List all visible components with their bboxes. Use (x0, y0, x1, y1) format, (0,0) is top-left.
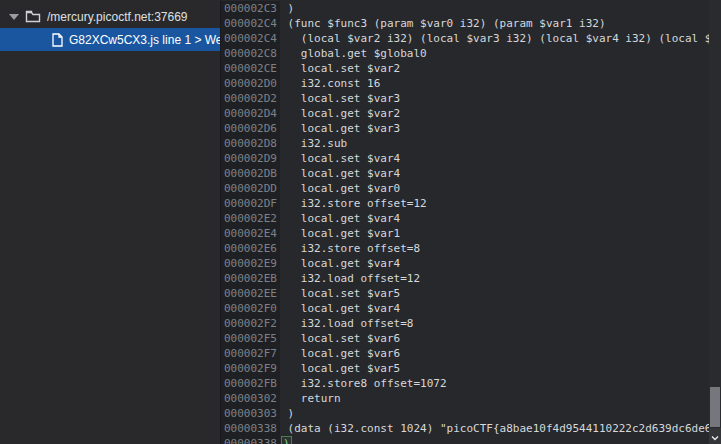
line-address[interactable]: 00000303 (221, 406, 280, 421)
code-line[interactable]: 000002E2 local.get $var4 (221, 211, 721, 226)
code-line[interactable]: 000002D6 local.get $var3 (221, 121, 721, 136)
line-code: i32.store offset=12 (280, 196, 427, 211)
code-line[interactable]: 00000302 return (221, 391, 721, 406)
tree-item-domain[interactable]: /mercury.picoctf.net:37669 (0, 5, 220, 28)
matched-bracket: ) (281, 436, 292, 444)
code-line[interactable]: 000002EE local.set $var5 (221, 286, 721, 301)
source-editor: 000002C3 )000002C4 (func $func3 (param $… (220, 0, 721, 444)
file-icon (52, 33, 63, 47)
line-code: local.set $var4 (280, 151, 400, 166)
line-address[interactable]: 000002D6 (221, 121, 280, 136)
line-code: ) (280, 406, 294, 421)
line-address[interactable]: 000002C4 (221, 16, 280, 31)
line-code: i32.load offset=12 (280, 271, 420, 286)
line-code: ) (280, 1, 294, 16)
line-address[interactable]: 000002D0 (221, 76, 280, 91)
line-address[interactable]: 000002CE (221, 61, 280, 76)
line-address[interactable]: 000002FB (221, 376, 280, 391)
line-code: (func $func3 (param $var0 i32) (param $v… (280, 16, 606, 31)
code-line[interactable]: 000002CE local.set $var2 (221, 61, 721, 76)
line-address[interactable]: 000002E9 (221, 256, 280, 271)
code-line[interactable]: 000002C4 (func $func3 (param $var0 i32) … (221, 16, 721, 31)
code-line[interactable]: 000002F5 local.set $var6 (221, 331, 721, 346)
code-line[interactable]: 00000338 (data (i32.const 1024) "picoCTF… (221, 421, 721, 436)
code-line[interactable]: 000002F2 i32.load offset=8 (221, 316, 721, 331)
line-address[interactable]: 00000302 (221, 391, 280, 406)
line-code: (local $var2 i32) (local $var3 i32) (loc… (280, 31, 721, 46)
line-code: i32.const 16 (280, 76, 380, 91)
code-viewport[interactable]: 000002C3 )000002C4 (func $func3 (param $… (221, 0, 721, 444)
line-address[interactable]: 000002E2 (221, 211, 280, 226)
tree-item-label: /mercury.picoctf.net:37669 (47, 10, 188, 24)
line-code: local.set $var5 (280, 286, 400, 301)
code-line[interactable]: 000002EB i32.load offset=12 (221, 271, 721, 286)
chevron-down-icon (711, 427, 719, 444)
line-address[interactable]: 000002F9 (221, 361, 280, 376)
code-line[interactable]: 000002D2 local.set $var3 (221, 91, 721, 106)
line-code: local.get $var3 (280, 121, 400, 136)
line-code: local.get $var2 (280, 106, 400, 121)
scroll-down-button[interactable] (709, 428, 721, 444)
devtools-sources-panel: /mercury.picoctf.net:37669 G82XCw5CX3.js… (0, 0, 721, 444)
line-address[interactable]: 00000338 (221, 421, 280, 436)
line-address[interactable]: 000002DD (221, 181, 280, 196)
line-code: local.set $var6 (280, 331, 400, 346)
code-line[interactable]: 000002F9 local.get $var5 (221, 361, 721, 376)
file-navigator: /mercury.picoctf.net:37669 G82XCw5CX3.js… (0, 0, 220, 444)
line-address[interactable]: 000002C8 (221, 46, 280, 61)
code-line[interactable]: 000002F0 local.get $var4 (221, 301, 721, 316)
line-code: local.set $var3 (280, 91, 400, 106)
triangle-expander-icon[interactable] (8, 11, 20, 23)
line-code: local.get $var1 (280, 226, 400, 241)
line-address[interactable]: 000002C3 (221, 1, 280, 16)
line-address[interactable]: 000002F7 (221, 346, 280, 361)
line-code: local.get $var4 (280, 211, 400, 226)
line-address[interactable]: 000002DF (221, 196, 280, 211)
code-line[interactable]: 000002D8 i32.sub (221, 136, 721, 151)
code-line[interactable]: 00000303 ) (221, 406, 721, 421)
line-address[interactable]: 000002F2 (221, 316, 280, 331)
line-code: local.get $var0 (280, 181, 400, 196)
line-code: local.get $var4 (280, 166, 400, 181)
code-line[interactable]: 000002E6 i32.store offset=8 (221, 241, 721, 256)
line-code: i32.store offset=8 (280, 241, 420, 256)
code-line[interactable]: 000002F7 local.get $var6 (221, 346, 721, 361)
line-code: ) (280, 436, 292, 444)
code-line[interactable]: 000002E9 local.get $var4 (221, 256, 721, 271)
tree-item-label: G82XCw5CX3.js line 1 > Web (69, 33, 220, 47)
code-line[interactable]: 000002E4 local.get $var1 (221, 226, 721, 241)
line-address[interactable]: 000002D2 (221, 91, 280, 106)
line-code: local.get $var6 (280, 346, 400, 361)
code-line[interactable]: 000002C8 global.get $global0 (221, 46, 721, 61)
code-line[interactable]: 000002D4 local.get $var2 (221, 106, 721, 121)
line-address[interactable]: 00000338 (221, 436, 280, 444)
line-address[interactable]: 000002E6 (221, 241, 280, 256)
line-address[interactable]: 000002D9 (221, 151, 280, 166)
code-line[interactable]: 000002C4 (local $var2 i32) (local $var3 … (221, 31, 721, 46)
line-code: i32.load offset=8 (280, 316, 413, 331)
line-address[interactable]: 000002C4 (221, 31, 280, 46)
line-address[interactable]: 000002EE (221, 286, 280, 301)
line-address[interactable]: 000002DB (221, 166, 280, 181)
code-line[interactable]: 000002D9 local.set $var4 (221, 151, 721, 166)
code-line[interactable]: 00000338) (221, 436, 721, 444)
line-address[interactable]: 000002E4 (221, 226, 280, 241)
folder-icon (25, 10, 41, 23)
line-code: local.get $var4 (280, 301, 400, 316)
code-line[interactable]: 000002DF i32.store offset=12 (221, 196, 721, 211)
line-address[interactable]: 000002EB (221, 271, 280, 286)
tree-item-wasm-file[interactable]: G82XCw5CX3.js line 1 > Web (0, 28, 220, 51)
line-code: local.get $var4 (280, 256, 400, 271)
line-code: local.get $var5 (280, 361, 400, 376)
code-line[interactable]: 000002D0 i32.const 16 (221, 76, 721, 91)
vertical-scrollbar[interactable] (709, 0, 721, 444)
line-address[interactable]: 000002D8 (221, 136, 280, 151)
code-line[interactable]: 000002FB i32.store8 offset=1072 (221, 376, 721, 391)
line-address[interactable]: 000002F0 (221, 301, 280, 316)
line-address[interactable]: 000002D4 (221, 106, 280, 121)
code-line[interactable]: 000002DD local.get $var0 (221, 181, 721, 196)
code-line[interactable]: 000002DB local.get $var4 (221, 166, 721, 181)
line-address[interactable]: 000002F5 (221, 331, 280, 346)
code-line[interactable]: 000002C3 ) (221, 1, 721, 16)
scrollbar-thumb[interactable] (710, 387, 720, 427)
